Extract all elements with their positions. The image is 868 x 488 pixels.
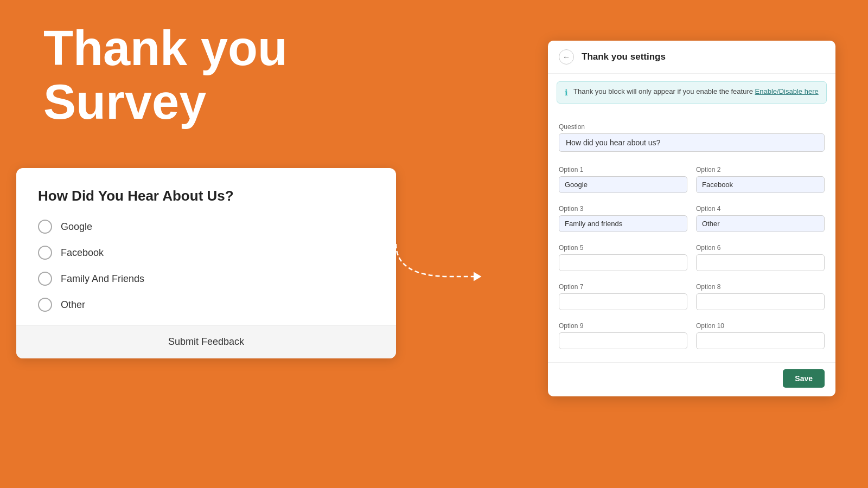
option-input-5[interactable] <box>559 254 687 271</box>
option-input-7[interactable] <box>559 293 687 310</box>
survey-card: How Did You Hear About Us? Google Facebo… <box>16 168 396 358</box>
option-input-3[interactable] <box>559 215 687 232</box>
radio-label: Family And Friends <box>61 273 144 285</box>
radio-circle[interactable] <box>38 220 52 234</box>
options-section: Option 1Option 2Option 3Option 4Option 5… <box>559 159 825 349</box>
option-label-8: Option 8 <box>696 283 825 291</box>
settings-panel: ← Thank you settings ℹ Thank you block w… <box>548 41 835 396</box>
radio-circle[interactable] <box>38 272 52 286</box>
radio-option[interactable]: Google <box>38 220 374 234</box>
save-row: Save <box>548 362 835 396</box>
options-grid: Option 1Option 2Option 3Option 4Option 5… <box>559 159 825 349</box>
option-group: Option 6 <box>696 237 825 271</box>
info-banner: ℹ Thank you block will only appear if yo… <box>557 81 827 104</box>
option-label-2: Option 2 <box>696 166 825 174</box>
question-label: Question <box>559 123 825 131</box>
radio-circle[interactable] <box>38 246 52 260</box>
option-label-6: Option 6 <box>696 244 825 252</box>
save-button[interactable]: Save <box>783 369 825 388</box>
option-input-6[interactable] <box>696 254 825 271</box>
hero-line1: Thank you <box>43 22 369 75</box>
radio-option[interactable]: Family And Friends <box>38 272 374 286</box>
survey-title: How Did You Hear About Us? <box>38 188 374 204</box>
info-text: Thank you block will only appear if you … <box>573 87 819 95</box>
option-input-4[interactable] <box>696 215 825 232</box>
option-group: Option 2 <box>696 159 825 193</box>
option-input-2[interactable] <box>696 176 825 193</box>
option-group: Option 4 <box>696 198 825 232</box>
radio-label: Other <box>61 299 85 311</box>
settings-header: ← Thank you settings <box>548 41 835 74</box>
option-label-3: Option 3 <box>559 205 687 213</box>
hero-title: Thank you Survey <box>43 22 369 129</box>
option-group: Option 5 <box>559 237 687 271</box>
radio-label: Facebook <box>61 247 104 259</box>
option-input-9[interactable] <box>559 332 687 349</box>
option-group: Option 3 <box>559 198 687 232</box>
survey-options: Google Facebook Family And Friends Other <box>38 220 374 312</box>
option-input-10[interactable] <box>696 332 825 349</box>
radio-label: Google <box>61 221 92 233</box>
option-group: Option 7 <box>559 277 687 310</box>
option-label-5: Option 5 <box>559 244 687 252</box>
hero-line2: Survey <box>43 75 369 129</box>
option-group: Option 9 <box>559 316 687 349</box>
option-input-1[interactable] <box>559 176 687 193</box>
radio-option[interactable]: Other <box>38 298 374 312</box>
option-input-8[interactable] <box>696 293 825 310</box>
option-label-10: Option 10 <box>696 322 825 330</box>
option-group: Option 1 <box>559 159 687 193</box>
settings-title: Thank you settings <box>582 52 666 62</box>
enable-disable-link[interactable]: Enable/Disable here <box>755 87 819 95</box>
radio-option[interactable]: Facebook <box>38 246 374 260</box>
back-button[interactable]: ← <box>559 49 574 65</box>
option-label-4: Option 4 <box>696 205 825 213</box>
option-label-9: Option 9 <box>559 322 687 330</box>
option-group: Option 8 <box>696 277 825 310</box>
option-group: Option 10 <box>696 316 825 349</box>
option-label-7: Option 7 <box>559 283 687 291</box>
info-icon: ℹ <box>565 88 568 98</box>
back-icon: ← <box>563 53 570 61</box>
connector-arrow <box>380 190 488 298</box>
question-input[interactable] <box>559 133 825 152</box>
submit-feedback-button[interactable]: Submit Feedback <box>16 325 396 358</box>
settings-body: Question Option 1Option 2Option 3Option … <box>548 111 835 358</box>
radio-circle[interactable] <box>38 298 52 312</box>
option-label-1: Option 1 <box>559 166 687 174</box>
